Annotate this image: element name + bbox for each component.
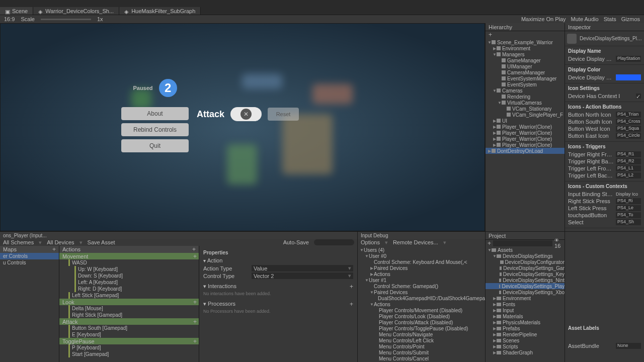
property-row[interactable]: Control TypeVector 2▾ <box>203 272 353 280</box>
add-interaction-button[interactable]: + <box>350 283 353 290</box>
inspector-field[interactable]: Button South IconPS4_Cross <box>568 118 641 125</box>
action-map-item[interactable]: u Controls <box>0 259 59 266</box>
inspector-field[interactable]: Trigger Right Front IcPS4_R1 <box>568 151 641 158</box>
add-processor-button[interactable]: + <box>350 301 353 308</box>
scale-slider[interactable] <box>41 19 91 20</box>
debug-tree-item[interactable]: ▼Paired Devices <box>358 289 485 295</box>
search-input[interactable] <box>314 239 354 245</box>
debug-tree-item[interactable]: Player Controls/Attack (Disabled) <box>358 319 485 325</box>
tab-scene[interactable]: ▣Scene <box>0 7 33 15</box>
debug-tree-item[interactable]: Control Scheme: Gamepad() <box>358 283 485 289</box>
devices-dropdown[interactable]: All Devices <box>47 239 74 245</box>
add-action-button[interactable]: + <box>192 246 196 253</box>
hierarchy-tree[interactable]: ▼Scene_Example_Warrior▶Environment▼Manag… <box>486 38 565 231</box>
tab-subgraph[interactable]: ◈HueMaskFilter_SubGraph <box>119 7 201 15</box>
inspector-field[interactable]: Trigger Right Back IcPS4_R2 <box>568 158 641 165</box>
action-item[interactable]: Movement+ <box>59 253 199 259</box>
remote-devices-dropdown[interactable]: Remote Devices... <box>393 239 438 245</box>
hierarchy-item[interactable]: EventSystemManager <box>486 75 565 81</box>
tab-shader[interactable]: ◈Warrior_DeviceColors_Sh... <box>33 7 119 15</box>
rebind-button[interactable]: Rebind Controls <box>121 123 189 136</box>
save-asset-button[interactable]: Save Asset <box>88 239 115 245</box>
inspector-field[interactable]: Button North IconPS4_Trian <box>568 111 641 118</box>
project-item[interactable]: ▼Assets <box>486 247 565 253</box>
action-item[interactable]: Look+ <box>59 299 199 305</box>
binding-item[interactable]: Button South [Gamepad] <box>59 325 199 331</box>
hierarchy-item[interactable]: ▶Player_Warrior(Clone) <box>486 142 565 148</box>
hierarchy-item[interactable]: VCam_SinglePlayer_F <box>486 112 565 118</box>
assetbundle-dropdown[interactable]: None <box>616 343 641 349</box>
hierarchy-item[interactable]: ▶DontDestroyOnLoad <box>486 148 565 154</box>
action-item[interactable]: Attack+ <box>59 318 199 325</box>
inspector-field[interactable]: Button East IconPS4_Circle <box>568 132 641 139</box>
game-view[interactable]: Paused 2 About Rebind Controls Quit Atta… <box>0 23 485 231</box>
project-item[interactable]: DeviceDisplaySettings_Key <box>486 271 565 277</box>
debug-tree-item[interactable]: Menu Controls/Submit <box>358 349 485 355</box>
project-item[interactable]: ▶RenderPipeline <box>486 331 565 337</box>
project-item[interactable]: DeviceDisplayConfigurator <box>486 259 565 265</box>
project-add-button[interactable]: + <box>488 240 491 247</box>
binding-item[interactable]: E [Keyboard] <box>59 331 199 338</box>
hierarchy-item[interactable]: ▶Player_Warrior(Clone) <box>486 136 565 142</box>
hierarchy-item[interactable]: ▼Scene_Example_Warrior <box>486 39 565 45</box>
project-item[interactable]: ▶PhysicsMaterials <box>486 319 565 325</box>
interactions-section[interactable]: ▾ Interactions+ <box>203 283 353 290</box>
binding-item[interactable]: Up: W [Keyboard] <box>59 266 199 273</box>
debug-tree-item[interactable]: DualShock4GamepadHID:/DualShock4Gamepa <box>358 295 485 301</box>
stats-toggle[interactable]: Stats <box>604 16 616 22</box>
binding-item[interactable]: Down: S [Keyboard] <box>59 273 199 279</box>
inspector-field[interactable]: Trigger Left Front IcoPS4_L1 <box>568 165 641 172</box>
binding-item[interactable]: Delta [Mouse] <box>59 305 199 312</box>
debug-tree-item[interactable]: ▶Paired Devices <box>358 265 485 271</box>
binding-item[interactable]: P [Keyboard] <box>59 344 199 351</box>
hierarchy-item[interactable]: UIManager <box>486 63 565 69</box>
debug-tree-item[interactable]: ▼User #1 <box>358 277 485 283</box>
project-search[interactable] <box>493 240 552 246</box>
project-item[interactable]: ▶Scripts <box>486 343 565 349</box>
debug-tree-item[interactable]: ▼Users (4) <box>358 247 485 253</box>
inspector-field[interactable]: Device Has Context I✓ <box>568 93 641 100</box>
debug-tree-item[interactable]: ▶Actions <box>358 271 485 277</box>
hierarchy-item[interactable]: ▼Cameras <box>486 87 565 94</box>
hierarchy-item[interactable]: ▶UI <box>486 118 565 124</box>
inspector-field[interactable]: touchpadButtonPS4_To <box>568 212 641 219</box>
inspector-field[interactable]: SelectPS4_Sh <box>568 219 641 226</box>
about-button[interactable]: About <box>121 107 189 120</box>
debug-tree-item[interactable]: ▼Actions <box>358 301 485 307</box>
property-row[interactable]: Action TypeValue▾ <box>203 264 353 272</box>
aspect-dropdown[interactable]: 16:9 <box>4 16 15 22</box>
hierarchy-item[interactable]: ▼Managers <box>486 51 565 57</box>
schemes-dropdown[interactable]: All Schemes <box>3 239 34 245</box>
project-item[interactable]: ▶ShaderGraph <box>486 349 565 355</box>
binding-item[interactable]: WASD <box>59 259 199 266</box>
hierarchy-item[interactable]: GameManager <box>486 57 565 63</box>
project-item[interactable]: DeviceDisplaySettings_Play <box>486 283 565 289</box>
rebind-capsule[interactable]: ✕ <box>230 107 262 121</box>
action-item[interactable]: TogglePause+ <box>59 338 199 344</box>
gizmos-dropdown[interactable]: Gizmos <box>621 16 640 22</box>
debug-tree-item[interactable]: Menu Controls/Cancel <box>358 355 485 361</box>
hierarchy-add-button[interactable]: + <box>489 31 492 38</box>
debug-tree-item[interactable]: Menu Controls/Left Click <box>358 337 485 343</box>
maximize-toggle[interactable]: Maximize On Play <box>521 16 566 22</box>
hierarchy-item[interactable]: ▶Player_Warrior(Clone) <box>486 124 565 130</box>
mute-toggle[interactable]: Mute Audio <box>571 16 599 22</box>
quit-button[interactable]: Quit <box>121 139 189 152</box>
debug-options-dropdown[interactable]: Options <box>361 239 380 245</box>
project-item[interactable]: ▶Environment <box>486 295 565 301</box>
project-item[interactable]: ▶Input <box>486 307 565 313</box>
project-item[interactable]: DeviceDisplaySettings_Xbo <box>486 289 565 295</box>
project-item[interactable]: ▶Materials <box>486 313 565 319</box>
debug-tree-item[interactable]: Control Scheme: Keyboard And Mouse(,< <box>358 259 485 265</box>
processors-section[interactable]: ▾ Processors+ <box>203 300 353 308</box>
debug-tree-item[interactable]: Player Controls/Look (Disabled) <box>358 313 485 319</box>
autosave-toggle[interactable]: Auto-Save <box>283 239 309 245</box>
debug-tree-item[interactable]: Menu Controls/Point <box>358 343 485 349</box>
reset-button[interactable]: Reset <box>268 108 299 121</box>
inspector-field[interactable]: Device Display NamePlayStation 4 <box>568 55 641 62</box>
project-item[interactable]: ▶Scenes <box>486 337 565 343</box>
project-item[interactable]: DeviceDisplaySettings_Nint <box>486 277 565 283</box>
project-item[interactable]: ▶Prefabs <box>486 325 565 331</box>
inspector-field[interactable]: Left Stick PressPS4_Le <box>568 205 641 212</box>
binding-item[interactable]: Start [Gamepad] <box>59 351 199 357</box>
